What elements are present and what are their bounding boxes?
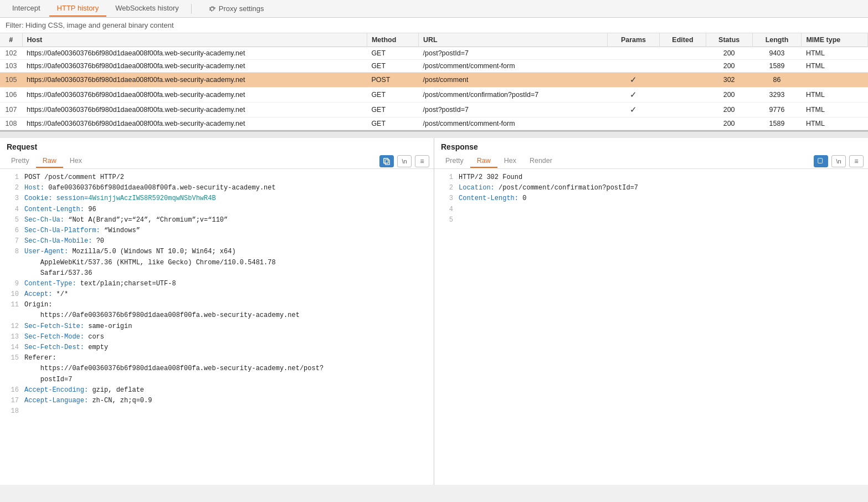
table-cell-7: 1589	[752, 60, 802, 73]
code-line: AppleWebKit/537.36 (KHTML, like Gecko) C…	[6, 258, 428, 268]
table-scrollbar[interactable]	[0, 131, 868, 138]
line-content: Sec-Ch-Ua-Platform: “Windows”	[24, 226, 140, 236]
table-cell-2: GET	[367, 47, 418, 60]
line-content: Sec-Fetch-Site: same-origin	[24, 321, 132, 332]
line-number: 2	[6, 183, 19, 193]
code-line: postId=7	[6, 375, 428, 385]
table-row[interactable]: 102https://0afe00360376b6f980d1daea008f0…	[0, 47, 868, 60]
line-number	[6, 268, 19, 279]
col-header-params: Params	[607, 33, 659, 47]
col-header-edited: Edited	[660, 33, 706, 47]
table-row[interactable]: 106https://0afe00360376b6f980d1daea008f0…	[0, 88, 868, 103]
table-cell-6: 200	[706, 88, 752, 103]
line-number	[6, 363, 19, 374]
response-tab-render[interactable]: Render	[523, 155, 559, 168]
table-cell-5	[660, 117, 706, 130]
table-row[interactable]: 108https://0afe00360376b6f980d1daea008f0…	[0, 117, 868, 130]
proxy-settings-label: Proxy settings	[219, 4, 264, 13]
request-copy-icon[interactable]	[379, 155, 394, 167]
line-number: 8	[6, 247, 19, 257]
line-number: 5	[6, 215, 19, 226]
line-content: Sec-Ch-Ua-Mobile: ?0	[24, 236, 104, 247]
table-cell-3: /post/comment/comment-form	[419, 60, 608, 73]
table-cell-8: HTML	[802, 88, 868, 103]
table-cell-6: 200	[706, 47, 752, 60]
code-line: 16Accept-Encoding: gzip, deflate	[6, 385, 428, 396]
col-header-length: Length	[752, 33, 802, 47]
table-row[interactable]: 107https://0afe00360376b6f980d1daea008f0…	[0, 103, 868, 117]
tab-http-history[interactable]: HTTP history	[49, 1, 107, 17]
table-cell-1: https://0afe00360376b6f980d1daea008f00fa…	[22, 117, 367, 130]
line-number: 4	[6, 204, 19, 215]
table-row[interactable]: 103https://0afe00360376b6f980d1daea008f0…	[0, 60, 868, 73]
request-code: 1POST /post/comment HTTP/22Host: 0afe003…	[0, 169, 434, 485]
line-content: Location: /post/comment/confirmation?pos…	[459, 183, 638, 193]
col-header-host: Host	[22, 33, 367, 47]
proxy-settings-tab[interactable]: Proxy settings	[201, 1, 272, 16]
line-number: 9	[6, 279, 19, 289]
code-line: 2Location: /post/comment/confirmation?po…	[440, 183, 862, 193]
table-cell-1: https://0afe00360376b6f980d1daea008f00fa…	[22, 60, 367, 73]
line-content: HTTP/2 302 Found	[459, 172, 522, 183]
http-table: # Host Method URL Params Edited Status L…	[0, 33, 868, 131]
response-tab-hex[interactable]: Hex	[497, 155, 523, 168]
tab-intercept[interactable]: Intercept	[4, 1, 48, 17]
request-tab-raw[interactable]: Raw	[36, 155, 63, 168]
table-cell-4: ✓	[607, 103, 659, 117]
request-tabs: Pretty Raw Hex \n ≡	[0, 153, 434, 169]
line-content: Content-Type: text/plain;charset=UTF-8	[24, 279, 176, 289]
table-cell-3: /post/comment/confirmation?postId=7	[419, 88, 608, 103]
code-line: 6Sec-Ch-Ua-Platform: “Windows”	[6, 226, 428, 236]
line-content: Accept-Encoding: gzip, deflate	[24, 385, 144, 396]
line-number: 6	[6, 226, 19, 236]
response-tab-pretty[interactable]: Pretty	[439, 155, 470, 168]
table-cell-3: /post/comment/comment-form	[419, 117, 608, 130]
code-line: 11Origin:	[6, 300, 428, 310]
response-tab-raw[interactable]: Raw	[470, 155, 497, 168]
code-line: 18	[6, 406, 428, 417]
copy-svg	[383, 157, 391, 165]
request-wrap-icon[interactable]: \n	[397, 155, 412, 167]
line-number: 7	[6, 236, 19, 247]
line-content: Accept-Language: zh-CN, zh;q=0.9	[24, 396, 152, 406]
table-cell-6: 302	[706, 73, 752, 88]
table-cell-0: 106	[0, 88, 22, 103]
request-menu-icon[interactable]: ≡	[415, 155, 429, 167]
line-number: 4	[440, 204, 453, 215]
code-line: 10Accept: */*	[6, 289, 428, 300]
table-cell-4: ✓	[607, 73, 659, 88]
line-number: 18	[6, 406, 19, 417]
tab-websockets-history[interactable]: WebSockets history	[107, 1, 187, 17]
col-header-mime: MIME type	[802, 33, 868, 47]
table-cell-2: GET	[367, 103, 418, 117]
table-cell-6: 200	[706, 60, 752, 73]
table-cell-3: /post/comment	[419, 73, 608, 88]
request-tab-pretty[interactable]: Pretty	[4, 155, 36, 168]
nav-divider	[191, 4, 192, 14]
code-line: 5Sec-Ch-Ua: “Not A(Brand”;v=“24”, “Chrom…	[6, 215, 428, 226]
code-line: 13Sec-Fetch-Mode: cors	[6, 332, 428, 342]
line-number: 15	[6, 353, 19, 363]
code-line: 8User-Agent: Mozilla/5.0 (Windows NT 10.…	[6, 247, 428, 257]
code-line: Safari/537.36	[6, 268, 428, 279]
request-tab-hex[interactable]: Hex	[63, 155, 89, 168]
table-row[interactable]: 105https://0afe00360376b6f980d1daea008f0…	[0, 73, 868, 88]
table-cell-0: 102	[0, 47, 22, 60]
col-header-status: Status	[706, 33, 752, 47]
col-header-method: Method	[367, 33, 418, 47]
response-menu-icon[interactable]: ≡	[849, 155, 864, 167]
table-cell-8: HTML	[802, 47, 868, 60]
table-cell-8: HTML	[802, 60, 868, 73]
table-cell-5	[660, 103, 706, 117]
response-wrap-icon[interactable]: \n	[831, 155, 846, 167]
table-cell-5	[660, 47, 706, 60]
table-cell-0: 107	[0, 103, 22, 117]
table-cell-2: GET	[367, 60, 418, 73]
top-nav: Intercept HTTP history WebSockets histor…	[0, 0, 868, 18]
response-copy-icon[interactable]	[814, 155, 828, 167]
table-cell-7: 1589	[752, 117, 802, 130]
table-cell-0: 108	[0, 117, 22, 130]
table-cell-3: /post?postId=7	[419, 47, 608, 60]
line-content: Sec-Ch-Ua: “Not A(Brand”;v=“24”, “Chromi…	[24, 215, 228, 226]
response-copy-svg	[817, 157, 825, 165]
